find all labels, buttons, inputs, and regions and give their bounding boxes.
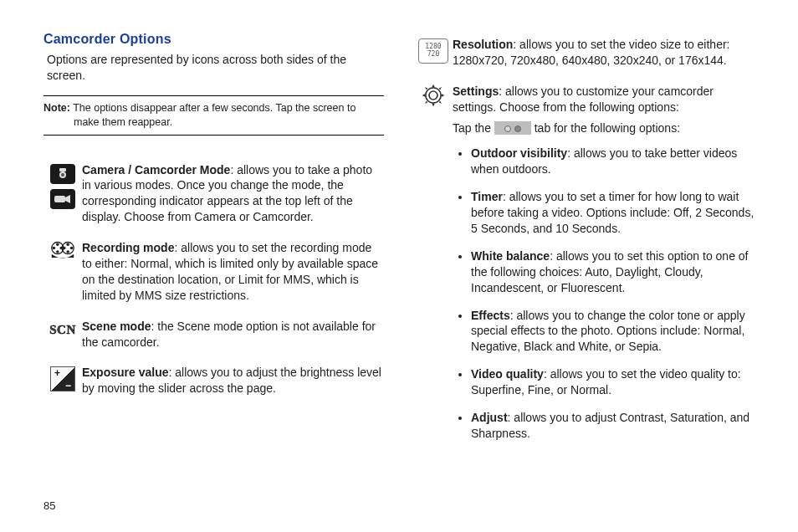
svg-point-15 — [63, 247, 66, 250]
option-settings: Settings: allows you to customize your c… — [414, 84, 755, 453]
bullet-body: : allows you to set a timer for how long… — [471, 190, 754, 235]
bullet-body: : allows you to adjust Contrast, Saturat… — [471, 411, 749, 440]
section-heading: Camcorder Options — [43, 32, 384, 47]
svg-point-16 — [429, 91, 437, 100]
settings-bullet-list: Outdoor visibility: allows you to take b… — [453, 146, 755, 441]
svg-point-7 — [56, 243, 59, 247]
bullet-title: Adjust — [471, 411, 508, 424]
svg-rect-3 — [59, 168, 66, 171]
bullet-title: Effects — [471, 309, 510, 322]
option-camera-mode: Camera / Camcorder Mode: allows you to t… — [43, 162, 384, 226]
list-item: Outdoor visibility: allows you to take b… — [471, 146, 755, 177]
list-item: Video quality: allows you to set the vid… — [471, 366, 755, 398]
note-label: Note: — [43, 102, 70, 114]
bullet-title: Video quality — [471, 367, 544, 381]
svg-point-17 — [426, 88, 441, 103]
gear-icon — [421, 85, 446, 105]
bullet-title: Outdoor visibility — [471, 146, 567, 160]
note-text: The options disappear after a few second… — [73, 102, 356, 128]
option-title: Scene mode — [82, 320, 151, 333]
list-item: White balance: allows you to set this op… — [471, 248, 755, 296]
option-title: Recording mode — [82, 241, 174, 254]
resolution-icon-line2: 720 — [419, 51, 448, 59]
page: Camcorder Options Options are represente… — [0, 0, 798, 475]
option-recording-mode: Recording mode: allows you to set the re… — [43, 240, 384, 304]
svg-point-13 — [70, 247, 74, 250]
option-title: Camera / Camcorder Mode — [82, 163, 230, 176]
exposure-icon — [50, 366, 75, 391]
tap-suffix: tab for the following options: — [535, 121, 680, 135]
option-title: Resolution — [453, 38, 513, 51]
bullet-body: : allows you to change the color tone or… — [471, 309, 745, 354]
option-title: Settings — [453, 84, 499, 98]
scn-icon: SCN — [50, 320, 75, 340]
svg-point-14 — [66, 250, 69, 253]
svg-rect-4 — [54, 196, 65, 202]
option-title: Exposure value — [82, 366, 169, 379]
svg-marker-5 — [65, 195, 70, 203]
film-reel-icon — [50, 242, 75, 262]
tab-swatch-icon — [494, 121, 531, 135]
left-column: Camcorder Options Options are represente… — [43, 32, 384, 458]
svg-point-9 — [56, 250, 59, 253]
list-item: Adjust: allows you to adjust Contrast, S… — [471, 410, 755, 442]
tap-instruction: Tap the tab for the following options: — [453, 120, 755, 136]
option-scene-mode: SCN Scene mode: the Scene mode option is… — [43, 319, 384, 350]
intro-text: Options are represented by icons across … — [47, 52, 384, 84]
option-exposure-value: Exposure value: allows you to adjust the… — [43, 365, 384, 396]
list-item: Effects: allows you to change the color … — [471, 308, 755, 356]
svg-point-2 — [61, 173, 64, 176]
camcorder-icon — [50, 189, 75, 209]
option-resolution: 1280 720 Resolution: allows you to set t… — [414, 37, 755, 69]
svg-point-12 — [66, 243, 69, 247]
bullet-title: White balance — [471, 249, 550, 263]
list-item: Timer: allows you to set a timer for how… — [471, 189, 755, 237]
resolution-icon: 1280 720 — [418, 38, 448, 64]
right-column: 1280 720 Resolution: allows you to set t… — [414, 32, 755, 458]
tap-prefix: Tap the — [453, 121, 491, 135]
camera-icon — [50, 164, 75, 184]
page-number: 85 — [43, 499, 55, 512]
note-block: Note: The options disappear after a few … — [43, 95, 384, 136]
svg-point-10 — [53, 247, 56, 250]
bullet-title: Timer — [471, 190, 503, 203]
